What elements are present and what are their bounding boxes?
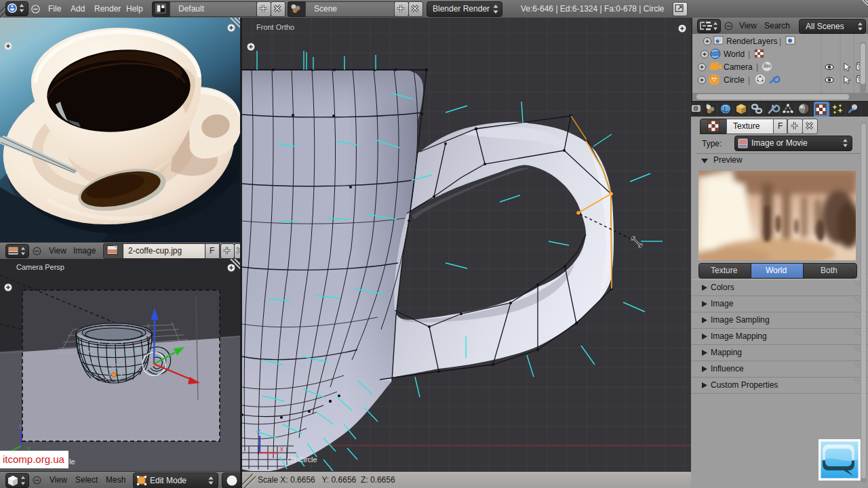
svg-text:|: |	[756, 62, 758, 72]
svg-text:z: z	[19, 423, 22, 430]
svg-text:z: z	[257, 428, 260, 435]
svg-text:Circle: Circle	[724, 75, 745, 85]
svg-text:|: |	[748, 49, 750, 59]
svg-text:Camera Persp: Camera Persp	[16, 263, 64, 271]
svg-text:|: |	[779, 37, 781, 46]
svg-text:(1) Circle: (1) Circle	[287, 455, 317, 464]
svg-text:|: |	[748, 75, 750, 85]
svg-text:x: x	[280, 445, 283, 453]
svg-text:World: World	[724, 49, 745, 59]
svg-text:le: le	[69, 458, 75, 466]
svg-text:Front Ortho: Front Ortho	[256, 23, 294, 31]
svg-text:Camera: Camera	[724, 62, 753, 72]
svg-text:RenderLayers: RenderLayers	[726, 37, 777, 46]
